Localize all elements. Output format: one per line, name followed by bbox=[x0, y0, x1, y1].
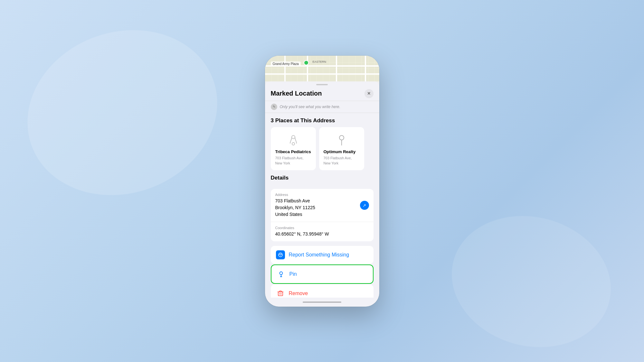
place-card-tribeca-addr: 703 Flatbush Ave,New York bbox=[275, 156, 311, 166]
map-road bbox=[265, 73, 379, 75]
address-value: 703 Flatbush Ave Brooklyn, NY 11225 Unit… bbox=[275, 198, 369, 218]
note-text: Only you'll see what you write here. bbox=[280, 105, 340, 109]
coordinates-label: Coordinates bbox=[275, 226, 369, 230]
home-indicator bbox=[265, 298, 379, 307]
sheet-header: Marked Location ✕ bbox=[265, 85, 379, 101]
phone-container: Grand Army Plaza EASTERN Marked Location… bbox=[265, 56, 379, 307]
address-line3: United States bbox=[275, 212, 302, 217]
svg-point-5 bbox=[280, 255, 281, 256]
map-location-label: Grand Army Plaza bbox=[271, 61, 301, 66]
details-section-header: Details bbox=[265, 170, 379, 184]
map-road bbox=[284, 56, 286, 81]
pin-label: Pin bbox=[289, 271, 297, 277]
map-area: Grand Army Plaza EASTERN bbox=[265, 56, 379, 81]
modal-sheet: Marked Location ✕ ✎ Only you'll see what… bbox=[265, 81, 379, 307]
map-area-label: EASTERN bbox=[313, 60, 327, 63]
svg-rect-9 bbox=[278, 292, 283, 296]
report-icon bbox=[276, 250, 285, 259]
address-row: Address 703 Flatbush Ave Brooklyn, NY 11… bbox=[271, 189, 374, 222]
action-section: Report Something Missing Pin bbox=[271, 246, 374, 297]
coordinates-value: 40.65602° N, 73.95948° W bbox=[275, 231, 369, 237]
trash-icon bbox=[276, 289, 285, 297]
map-road bbox=[365, 56, 366, 81]
place-card-optimum-name: Optimum Realty bbox=[324, 149, 360, 155]
home-bar bbox=[303, 302, 341, 303]
note-bar: ✎ Only you'll see what you write here. bbox=[265, 101, 379, 113]
report-missing-button[interactable]: Report Something Missing bbox=[271, 246, 374, 264]
map-pin bbox=[304, 60, 309, 65]
note-icon: ✎ bbox=[271, 104, 277, 110]
stethoscope-icon bbox=[275, 132, 311, 149]
map-background bbox=[265, 56, 379, 81]
copy-icon: ↗ bbox=[363, 203, 366, 208]
address-label: Address bbox=[275, 193, 369, 197]
modal-title: Marked Location bbox=[271, 90, 322, 97]
svg-point-4 bbox=[279, 253, 282, 257]
map-pin-icon bbox=[324, 132, 360, 149]
svg-point-6 bbox=[279, 272, 282, 275]
svg-point-2 bbox=[339, 135, 344, 140]
places-section-header: 3 Places at This Address bbox=[265, 113, 379, 127]
map-road bbox=[336, 56, 337, 81]
place-card-tribeca[interactable]: Tribeca Pediatrics 703 Flatbush Ave,New … bbox=[271, 127, 316, 171]
map-road bbox=[307, 56, 308, 81]
remove-label: Remove bbox=[289, 291, 308, 296]
place-card-optimum[interactable]: Optimum Realty 703 Flatbush Ave,New York bbox=[319, 127, 364, 171]
svg-point-0 bbox=[292, 135, 295, 139]
places-row: Tribeca Pediatrics 703 Flatbush Ave,New … bbox=[265, 127, 379, 171]
place-card-tribeca-name: Tribeca Pediatrics bbox=[275, 149, 311, 155]
sheet-content: ✎ Only you'll see what you write here. 3… bbox=[265, 101, 379, 298]
coordinates-row: Coordinates 40.65602° N, 73.95948° W bbox=[271, 222, 374, 241]
copy-address-button[interactable]: ↗ bbox=[360, 201, 369, 210]
place-card-optimum-addr: 703 Flatbush Ave,New York bbox=[324, 156, 360, 166]
details-section: Address 703 Flatbush Ave Brooklyn, NY 11… bbox=[271, 189, 374, 241]
address-line1: 703 Flatbush Ave bbox=[275, 198, 310, 203]
pin-button[interactable]: Pin bbox=[271, 265, 374, 284]
pin-action-icon bbox=[277, 270, 286, 279]
remove-button[interactable]: Remove bbox=[271, 284, 374, 297]
close-button[interactable]: ✕ bbox=[365, 89, 374, 98]
report-missing-label: Report Something Missing bbox=[289, 252, 349, 258]
svg-point-1 bbox=[292, 143, 295, 145]
address-line2: Brooklyn, NY 11225 bbox=[275, 205, 315, 210]
